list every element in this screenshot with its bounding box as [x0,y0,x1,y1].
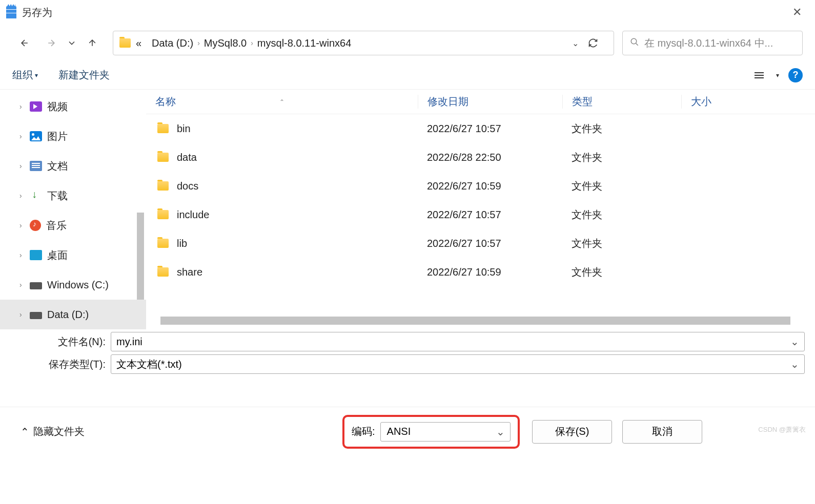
filetype-select[interactable]: 文本文档(*.txt)⌄ [111,354,805,374]
file-row[interactable]: bin2022/6/27 10:57文件夹 [146,114,815,143]
watermark: CSDN @萧篱衣 [758,425,806,434]
filename-label: 文件名(N): [10,335,111,349]
file-list: 名称⌃ 修改日期 类型 大小 bin2022/6/27 10:57文件夹data… [146,90,815,325]
organize-menu[interactable]: 组织▾ [12,68,38,82]
folder-icon [157,181,169,191]
chevron-down-icon[interactable]: ▾ [776,72,779,79]
footer: ⌃隐藏文件夹 编码: ANSI⌄ 保存(S) 取消 [0,407,815,456]
file-type: 文件夹 [562,208,681,222]
breadcrumb-part[interactable]: Data (D:) [152,37,193,49]
svg-point-0 [631,38,637,44]
toolbar: 组织▾ 新建文件夹 ▾ ? [0,61,815,89]
file-name: include [177,209,209,221]
file-date: 2022/6/27 10:57 [418,209,562,221]
file-type: 文件夹 [562,151,681,164]
file-date: 2022/6/27 10:59 [418,180,562,192]
sidebar-item--[interactable]: ›下载 [0,181,146,211]
folder-icon [157,210,169,219]
file-type: 文件夹 [562,265,681,279]
pic-icon [30,131,42,141]
file-type: 文件夹 [562,179,681,193]
file-row[interactable]: data2022/6/28 22:50文件夹 [146,143,815,172]
titlebar: 另存为 ✕ [0,0,815,25]
chevron-right-icon: › [19,102,27,111]
column-size[interactable]: 大小 [681,95,815,109]
new-folder-button[interactable]: 新建文件夹 [58,68,110,82]
navbar: « Data (D:) › MySql8.0 › mysql-8.0.11-wi… [0,25,815,61]
file-name: bin [177,123,191,135]
filetype-label: 保存类型(T): [10,358,111,371]
file-row[interactable]: docs2022/6/27 10:59文件夹 [146,172,815,200]
breadcrumb-part[interactable]: MySql8.0 [204,37,247,49]
column-name[interactable]: 名称⌃ [146,95,418,109]
recent-dropdown[interactable] [66,31,78,55]
notepad-icon [6,6,16,18]
breadcrumb-part[interactable]: mysql-8.0.11-winx64 [257,37,351,49]
file-date: 2022/6/27 10:57 [418,238,562,249]
chevron-right-icon: › [19,132,27,140]
breadcrumb[interactable]: « Data (D:) › MySql8.0 › mysql-8.0.11-wi… [113,31,614,55]
encoding-highlight: 编码: ANSI⌄ [342,415,520,449]
up-button[interactable] [80,31,105,55]
sidebar-item-windows-c-[interactable]: ›Windows (C:) [0,270,146,300]
close-button[interactable]: ✕ [785,3,809,22]
cancel-button[interactable]: 取消 [622,420,702,444]
file-date: 2022/6/27 10:57 [418,123,562,135]
sidebar-item--[interactable]: ›桌面 [0,240,146,270]
sidebar-item-data-d-[interactable]: ›Data (D:) [0,300,146,329]
sidebar-item-label: 音乐 [46,219,67,233]
file-type: 文件夹 [562,237,681,250]
sidebar-item-label: 文档 [47,159,68,173]
chevron-down-icon[interactable]: ⌄ [790,335,799,348]
search-input[interactable]: 在 mysql-8.0.11-winx64 中... [622,31,803,55]
sidebar: ›视频›图片›文档›下载›音乐›桌面›Windows (C:)›Data (D:… [0,90,146,325]
filename-input[interactable]: my.ini⌄ [111,332,805,351]
drive-icon [30,312,42,319]
sidebar-item--[interactable]: ›音乐 [0,211,146,240]
file-row[interactable]: lib2022/6/27 10:57文件夹 [146,229,815,258]
horizontal-scrollbar[interactable] [160,317,790,325]
sidebar-item--[interactable]: ›视频 [0,92,146,121]
sidebar-scrollbar[interactable] [137,213,144,300]
hide-folders-toggle[interactable]: ⌃隐藏文件夹 [21,425,85,438]
breadcrumb-dropdown[interactable]: ⌄ [568,38,583,48]
chevron-right-icon: › [251,39,253,47]
file-row[interactable]: include2022/6/27 10:57文件夹 [146,200,815,229]
sidebar-item-label: Data (D:) [47,309,89,321]
sidebar-item--[interactable]: ›图片 [0,121,146,151]
file-date: 2022/6/28 22:50 [418,152,562,163]
chevron-down-icon[interactable]: ⌄ [790,358,799,370]
file-name: share [177,266,202,278]
folder-icon [119,38,131,48]
save-button[interactable]: 保存(S) [532,420,612,444]
sort-ascending-icon: ⌃ [279,98,284,106]
chevron-down-icon[interactable]: ⌄ [496,426,505,438]
chevron-right-icon: › [19,162,27,170]
sidebar-item-label: 图片 [47,130,68,143]
down-icon [30,191,42,201]
back-button[interactable] [12,31,37,55]
video-icon [30,101,42,112]
search-placeholder: 在 mysql-8.0.11-winx64 中... [644,36,795,50]
chevron-right-icon: › [19,310,27,319]
doc-icon [30,161,42,171]
encoding-label: 编码: [352,425,375,438]
encoding-select[interactable]: ANSI⌄ [380,422,511,442]
forward-button[interactable] [39,31,64,55]
chevron-right-icon: › [19,281,27,289]
view-options-button[interactable] [751,69,767,81]
sidebar-item--[interactable]: ›文档 [0,151,146,181]
refresh-button[interactable] [583,33,603,53]
file-name: data [177,152,197,163]
drive-icon [30,282,42,289]
help-button[interactable]: ? [788,68,803,82]
folder-icon [157,239,169,248]
chevron-right-icon: › [19,221,27,229]
music-icon [30,220,41,231]
breadcrumb-prefix: « [136,37,141,49]
column-type[interactable]: 类型 [562,95,681,109]
search-icon [630,37,639,49]
file-row[interactable]: share2022/6/27 10:59文件夹 [146,258,815,286]
caret-up-icon: ⌃ [21,426,29,438]
column-date[interactable]: 修改日期 [418,95,562,109]
